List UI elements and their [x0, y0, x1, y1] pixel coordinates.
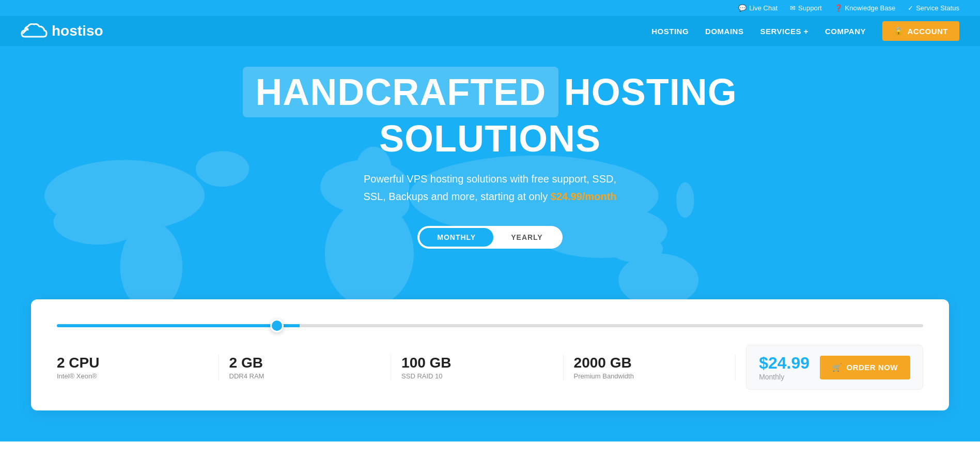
order-btn-label: ORDER NOW	[847, 363, 898, 372]
live-chat-label: Live Chat	[749, 4, 777, 12]
status-icon: ✓	[908, 4, 913, 12]
lock-icon: 🔒	[894, 26, 904, 36]
hero-section: HANDCRAFTED HOSTING SOLUTIONS Powerful V…	[0, 46, 980, 320]
hero-price-highlight: $24.99/month	[551, 191, 617, 202]
spec-bandwidth: 2000 GB Premium Bandwidth	[574, 355, 725, 380]
nav-hosting[interactable]: HOSTING	[651, 27, 689, 36]
live-chat-link[interactable]: 💬 Live Chat	[738, 4, 777, 12]
knowledge-base-link[interactable]: ❓ Knowledge Base	[834, 4, 896, 12]
hero-subtitle-text1: Powerful VPS hosting solutions with free…	[364, 173, 616, 185]
main-navbar: hostiso HOSTING DOMAINS SERVICES COMPANY…	[0, 16, 980, 46]
price-slider[interactable]	[57, 324, 923, 327]
account-label: ACCOUNT	[908, 27, 948, 36]
order-now-button[interactable]: 🛒 ORDER NOW	[820, 356, 910, 379]
bandwidth-label: Premium Bandwidth	[574, 372, 634, 380]
slider-container	[57, 320, 923, 329]
hero-title-highlight: HANDCRAFTED	[243, 67, 558, 117]
support-icon: ✉	[790, 4, 796, 12]
ram-value: 2 GB	[229, 355, 381, 371]
spec-divider-4	[735, 355, 736, 380]
spec-cpu: 2 CPU Intel® Xeon®	[57, 355, 208, 380]
spec-divider-1	[219, 355, 219, 380]
price-info: $24.99 Monthly	[759, 354, 810, 381]
top-bar: 💬 Live Chat ✉ Support ❓ Knowledge Base ✓…	[0, 0, 980, 16]
service-status-link[interactable]: ✓ Service Status	[908, 4, 959, 12]
knowledge-base-label: Knowledge Base	[845, 4, 896, 12]
spec-ram: 2 GB DDR4 RAM	[229, 355, 381, 380]
specs-row: 2 CPU Intel® Xeon® 2 GB DDR4 RAM 100 GB …	[57, 345, 923, 390]
knowledge-icon: ❓	[834, 4, 843, 12]
spec-divider-2	[391, 355, 391, 380]
cart-icon: 🛒	[832, 363, 843, 372]
cpu-label: Intel® Xeon®	[57, 372, 97, 380]
price-order-box: $24.99 Monthly 🛒 ORDER NOW	[746, 345, 923, 390]
svg-point-11	[618, 253, 698, 307]
hero-subtitle: Powerful VPS hosting solutions with free…	[129, 170, 852, 205]
price-value: $24.99	[759, 354, 810, 373]
billing-toggle: MONTHLY YEARLY	[417, 226, 562, 249]
hero-content: HANDCRAFTED HOSTING SOLUTIONS Powerful V…	[129, 67, 852, 249]
ram-label: DDR4 RAM	[229, 372, 265, 380]
support-label: Support	[798, 4, 822, 12]
nav-domains[interactable]: DOMAINS	[705, 27, 743, 36]
toggle-monthly[interactable]: MONTHLY	[419, 228, 493, 247]
nav-company[interactable]: COMPANY	[825, 27, 866, 36]
chat-icon: 💬	[738, 4, 746, 12]
spec-divider-3	[563, 355, 564, 380]
cpu-value: 2 CPU	[57, 355, 208, 371]
storage-label: SSD RAID 10	[401, 372, 442, 380]
hero-title: HANDCRAFTED HOSTING SOLUTIONS	[129, 67, 852, 160]
pricing-section: 2 CPU Intel® Xeon® 2 GB DDR4 RAM 100 GB …	[31, 299, 949, 410]
nav-services[interactable]: SERVICES	[760, 27, 808, 36]
logo-icon	[21, 21, 48, 41]
account-button[interactable]: 🔒 ACCOUNT	[882, 21, 959, 41]
nav-links: HOSTING DOMAINS SERVICES COMPANY 🔒 ACCOU…	[651, 21, 959, 41]
toggle-yearly[interactable]: YEARLY	[493, 228, 561, 247]
bandwidth-value: 2000 GB	[574, 355, 725, 371]
storage-value: 100 GB	[401, 355, 553, 371]
logo-text: hostiso	[52, 23, 103, 39]
price-period: Monthly	[759, 373, 810, 381]
support-link[interactable]: ✉ Support	[790, 4, 822, 12]
service-status-label: Service Status	[916, 4, 959, 12]
hero-subtitle-text2: SSL, Backups and more, starting at only	[363, 191, 550, 202]
logo[interactable]: hostiso	[21, 21, 103, 41]
spec-storage: 100 GB SSD RAID 10	[401, 355, 553, 380]
